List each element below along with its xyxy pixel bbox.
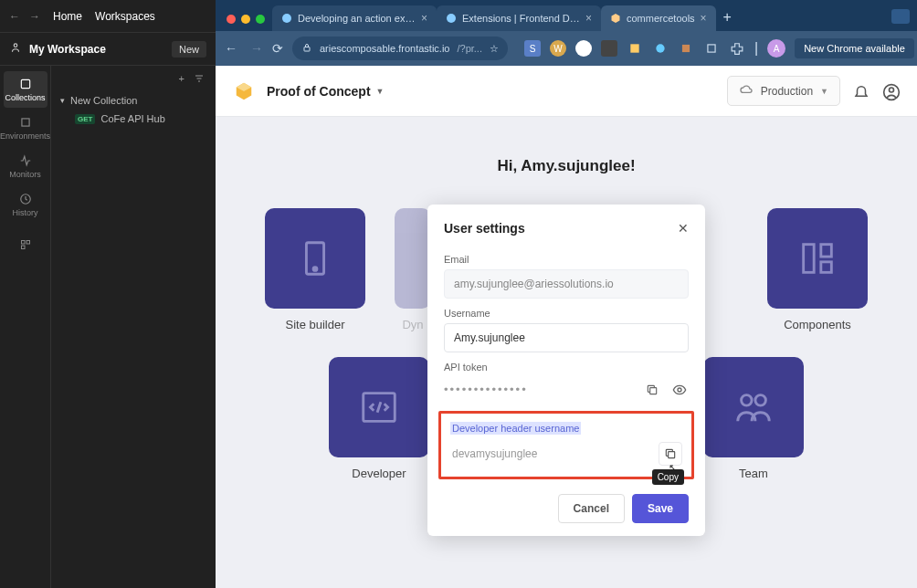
home-link[interactable]: Home <box>53 10 82 23</box>
svg-rect-9 <box>304 47 310 52</box>
tab-favicon-icon <box>446 13 457 24</box>
environments-icon <box>18 115 33 130</box>
project-name: Proof of Concept <box>267 84 371 99</box>
tile-dyn[interactable]: Dyn <box>395 208 431 331</box>
back-arrow-icon[interactable]: ← <box>9 10 20 23</box>
page-content: Proof of Concept ▼ Production ▼ Hi, Amy.… <box>216 66 917 588</box>
svg-point-23 <box>755 395 766 406</box>
puzzle-icon[interactable] <box>729 40 745 57</box>
minimize-window-icon[interactable] <box>241 15 250 24</box>
save-button[interactable]: Save <box>632 494 689 523</box>
user-settings-modal: User settings ✕ Email amy.sujunglee@arie… <box>427 205 705 536</box>
tab-label: Extensions | Frontend Develo <box>462 13 580 24</box>
collections-icon <box>18 77 33 91</box>
tile-team[interactable]: Team <box>703 357 804 480</box>
rail-collections[interactable]: Collections <box>4 71 47 108</box>
environment-name: Production <box>761 85 813 98</box>
cloud-icon <box>739 82 754 100</box>
project-selector[interactable]: Proof of Concept ▼ <box>267 84 384 99</box>
rail-more[interactable] <box>4 232 47 259</box>
tab-2[interactable]: Extensions | Frontend Develo × <box>437 5 601 31</box>
developer-username-highlight: Developer header username devamysujungle… <box>438 411 694 479</box>
ext-icon[interactable] <box>627 40 643 57</box>
tab-close-icon[interactable]: × <box>421 12 427 25</box>
ext-icon[interactable] <box>575 40 592 57</box>
ext-icon[interactable] <box>652 40 669 57</box>
tab-1[interactable]: Developing an action extensi × <box>272 5 437 31</box>
ext-icon[interactable]: W <box>550 40 566 57</box>
browser-forward-icon[interactable]: → <box>250 41 263 56</box>
api-token-value: •••••••••••••• <box>444 377 634 402</box>
username-label: Username <box>444 308 689 319</box>
rail-environments[interactable]: Environments <box>4 110 47 146</box>
ext-icon[interactable] <box>678 40 694 57</box>
grid-icon <box>18 237 33 252</box>
rail-environments-label: Environments <box>0 131 50 141</box>
new-button[interactable]: New <box>172 41 206 58</box>
username-input[interactable] <box>444 323 689 352</box>
request-item[interactable]: GET CoFe API Hub <box>55 110 212 128</box>
filter-icon[interactable] <box>194 73 205 86</box>
tile-components[interactable]: Components <box>767 208 868 331</box>
ext-icon[interactable] <box>601 40 617 57</box>
close-icon[interactable]: ✕ <box>678 221 689 236</box>
browser-back-icon[interactable]: ← <box>225 41 237 56</box>
maximize-window-icon[interactable] <box>256 15 265 24</box>
svg-rect-18 <box>804 245 815 273</box>
notifications-icon[interactable] <box>853 83 870 100</box>
email-field: amy.sujunglee@ariessolutions.io <box>444 269 689 299</box>
rail-collections-label: Collections <box>5 93 45 102</box>
add-icon[interactable]: + <box>179 73 184 86</box>
reload-icon[interactable]: ⟳ <box>272 41 283 56</box>
svg-point-7 <box>282 14 291 23</box>
user-menu-icon[interactable] <box>882 83 899 100</box>
rail-history[interactable]: History <box>4 186 47 223</box>
tile-label: Site builder <box>285 318 344 331</box>
cancel-button[interactable]: Cancel <box>558 494 625 523</box>
rail-monitors[interactable]: Monitors <box>4 148 47 184</box>
reveal-token-icon[interactable] <box>670 381 689 399</box>
new-tab-button[interactable]: + <box>716 9 739 31</box>
tile-developer[interactable]: Developer <box>329 357 429 480</box>
chrome-update-button[interactable]: New Chrome available <box>795 38 914 58</box>
svg-rect-6 <box>21 246 25 249</box>
api-token-label: API token <box>444 362 689 373</box>
tab-close-icon[interactable]: × <box>701 12 707 25</box>
workspace-name[interactable]: My Workspace <box>29 43 106 56</box>
svg-rect-13 <box>708 45 715 52</box>
svg-point-25 <box>678 388 681 392</box>
tab-strip: Developing an action extensi × Extension… <box>216 0 917 31</box>
tab-close-icon[interactable]: × <box>585 12 592 25</box>
url-host: ariescomposable.frontastic.io <box>320 43 449 54</box>
environment-selector[interactable]: Production ▼ <box>727 76 840 106</box>
collection-name: New Collection <box>70 95 137 106</box>
star-icon[interactable]: ☆ <box>490 43 499 55</box>
tile-label: Developer <box>352 467 406 480</box>
tile-label: Team <box>739 467 768 480</box>
svg-rect-20 <box>821 262 832 273</box>
url-field[interactable]: ariescomposable.frontastic.io/?pr... ☆ <box>292 37 508 60</box>
developer-username-value: devamysujunglee <box>450 442 539 466</box>
tab-favicon-icon <box>610 13 621 24</box>
chevron-down-icon: ▾ <box>60 96 65 105</box>
workspaces-link[interactable]: Workspaces <box>95 10 155 23</box>
ext-icon[interactable] <box>703 40 720 57</box>
svg-rect-4 <box>21 241 25 245</box>
window-expand-icon[interactable] <box>891 9 910 24</box>
close-window-icon[interactable] <box>227 15 236 24</box>
ext-icon[interactable]: S <box>524 40 541 57</box>
tile-label: Dyn <box>402 318 423 331</box>
profile-avatar[interactable]: A <box>767 39 785 58</box>
forward-arrow-icon[interactable]: → <box>29 10 40 23</box>
collection-folder[interactable]: ▾ New Collection <box>55 91 212 110</box>
svg-rect-5 <box>26 241 30 245</box>
tab-3[interactable]: commercetools × <box>601 5 716 31</box>
site-settings-icon[interactable] <box>301 42 312 55</box>
copy-tooltip: Copy <box>652 469 684 485</box>
svg-point-0 <box>14 44 17 47</box>
svg-rect-1 <box>21 79 29 88</box>
tile-site-builder[interactable]: Site builder <box>265 208 365 331</box>
svg-rect-12 <box>682 45 690 52</box>
app-logo-icon[interactable] <box>234 81 254 101</box>
copy-token-icon[interactable] <box>643 381 661 399</box>
